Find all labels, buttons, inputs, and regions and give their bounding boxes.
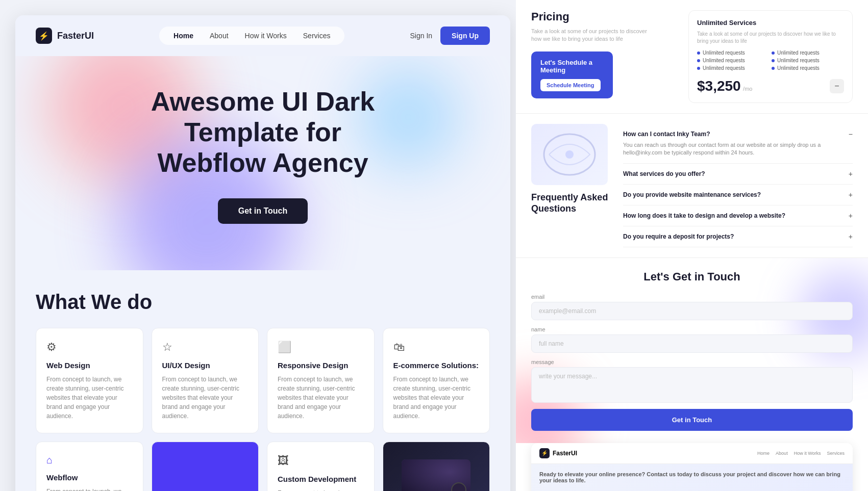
- mini-nav-links: Home About How it Works Services: [757, 451, 845, 456]
- faq-question-text: What services do you offer?: [623, 170, 705, 177]
- faq-question-text: How can I contact Inky Team?: [623, 131, 710, 138]
- message-field-group: message write your message...: [531, 359, 853, 403]
- service-name: UI/UX Design: [162, 361, 249, 370]
- contact-title: Let's Get in Touch: [531, 270, 853, 283]
- feature-item: Unlimited requests: [697, 58, 770, 63]
- pricing-title: Pricing: [531, 10, 678, 23]
- mini-logo-icon: ⚡: [539, 448, 550, 458]
- faq-left: Frequently Asked Questions: [531, 124, 613, 247]
- faq-item-4: Do you require a deposit for projects? +: [623, 226, 853, 247]
- faq-expand-icon: +: [849, 212, 853, 220]
- faq-expand-icon: +: [849, 191, 853, 199]
- service-desc: From concept to launch, we create: [46, 487, 133, 491]
- service-card-webflow-purple: W: [152, 442, 259, 491]
- ecommerce-icon: 🛍: [393, 341, 480, 354]
- feature-dot: [772, 59, 775, 62]
- nav-actions: Sign In Sign Up: [410, 27, 490, 45]
- nav-about[interactable]: About: [210, 32, 229, 40]
- feature-dot: [697, 67, 700, 70]
- navbar: ⚡ FasterUI Home About How it Works Servi…: [15, 15, 510, 56]
- mini-nav-home: Home: [757, 451, 770, 456]
- mini-nav-how: How it Works: [794, 451, 821, 456]
- faq-item-2: Do you provide website maintenance servi…: [623, 185, 853, 205]
- mini-nav-services: Services: [827, 451, 845, 456]
- faq-question-0[interactable]: How can I contact Inky Team? −: [623, 130, 853, 138]
- hero-cta-button[interactable]: Get in Touch: [218, 198, 308, 224]
- logo-text: FasterUI: [57, 31, 94, 41]
- faq-item-3: How long does it take to design and deve…: [623, 205, 853, 226]
- service-card-responsive: ⬜ Responsive Design From concept to laun…: [267, 328, 375, 433]
- contact-section: Let's Get in Touch email example@email.c…: [516, 258, 868, 443]
- price-toggle-button[interactable]: −: [830, 79, 844, 93]
- service-desc: From concept to launch, we create stunni…: [278, 375, 364, 421]
- signin-button[interactable]: Sign In: [410, 32, 433, 40]
- faq-deco-svg: [539, 129, 600, 180]
- contact-form: email example@email.com name full name m…: [531, 294, 853, 431]
- responsive-icon: ⬜: [278, 341, 364, 354]
- faq-collapse-icon: −: [849, 130, 853, 138]
- faq-question-4[interactable]: Do you require a deposit for projects? +: [623, 232, 853, 241]
- name-input[interactable]: full name: [531, 334, 853, 353]
- feature-dot: [772, 67, 775, 70]
- service-name: E-commerce Solutions:: [393, 361, 480, 370]
- web-design-icon: ⚙: [46, 341, 133, 354]
- faq-right: How can I contact Inky Team? − You can r…: [623, 124, 853, 247]
- logo[interactable]: ⚡ FasterUI: [36, 28, 94, 44]
- service-name: Responsive Design: [278, 361, 364, 370]
- message-input[interactable]: write your message...: [531, 367, 853, 403]
- faq-question-3[interactable]: How long does it take to design and deve…: [623, 212, 853, 220]
- feature-item: Unlimited requests: [772, 58, 844, 63]
- contact-submit-button[interactable]: Get in Touch: [531, 409, 853, 431]
- unlimited-title: Unlimited Services: [697, 19, 844, 27]
- service-name: Webflow: [46, 473, 133, 482]
- faq-answer-0: You can reach us through our contact for…: [623, 141, 853, 157]
- mini-screenshot: ⚡ FasterUI Home About How it Works Servi…: [531, 443, 853, 491]
- name-label: name: [531, 326, 853, 332]
- nav-services[interactable]: Services: [303, 32, 331, 40]
- pricing-section: Pricing Take a look at some of our proje…: [516, 0, 868, 114]
- feature-item: Unlimited requests: [772, 50, 844, 56]
- hero-section: Awesome UI Dark Template for Webflow Age…: [15, 56, 510, 270]
- right-panel: Pricing Take a look at some of our proje…: [516, 0, 868, 491]
- mini-logo-text: FasterUI: [553, 450, 577, 457]
- email-input[interactable]: example@email.com: [531, 302, 853, 320]
- faq-section: Frequently Asked Questions How can I con…: [516, 114, 868, 258]
- service-desc: From concept to launch, we create: [278, 488, 364, 491]
- pricing-left: Pricing Take a look at some of our proje…: [531, 10, 678, 103]
- main-website: ⚡ FasterUI Home About How it Works Servi…: [15, 15, 510, 491]
- faq-title-block: Frequently Asked Questions: [531, 192, 613, 214]
- price-amount: $3,250: [697, 78, 741, 94]
- pricing-right: Unlimited Services Take a look at some o…: [688, 10, 853, 103]
- nav-links: Home About How it Works Services: [159, 27, 344, 45]
- nav-home[interactable]: Home: [173, 32, 193, 40]
- pricing-description: Take a look at some of our projects to d…: [531, 28, 678, 43]
- service-desc: From concept to launch, we create stunni…: [393, 375, 480, 421]
- feature-item: Unlimited requests: [697, 50, 770, 56]
- email-label: email: [531, 294, 853, 300]
- feature-dot: [772, 51, 775, 55]
- service-card-webflow: ⌂ Webflow From concept to launch, we cre…: [36, 442, 143, 491]
- faq-question-2[interactable]: Do you provide website maintenance servi…: [623, 191, 853, 199]
- services-grid: ⚙ Web Design From concept to launch, we …: [36, 328, 490, 433]
- faq-expand-icon: +: [849, 232, 853, 241]
- ui-ux-icon: ☆: [162, 341, 249, 354]
- faq-expand-icon: +: [849, 170, 853, 178]
- schedule-card: Let's Schedule a Meeting Schedule Meetin…: [531, 51, 613, 98]
- faq-item-0: How can I contact Inky Team? − You can r…: [623, 124, 853, 164]
- logo-icon: ⚡: [36, 28, 52, 44]
- faq-question-text: How long does it take to design and deve…: [623, 212, 785, 219]
- faq-question-text: Do you require a deposit for projects?: [623, 233, 734, 240]
- name-field-group: name full name: [531, 326, 853, 353]
- service-card-ui-ux: ☆ UI/UX Design From concept to launch, w…: [152, 328, 259, 433]
- mini-nav: ⚡ FasterUI Home About How it Works Servi…: [531, 443, 853, 464]
- feature-item: Unlimited requests: [697, 65, 770, 71]
- webflow-icon: ⌂: [46, 454, 133, 466]
- faq-title: Frequently Asked Questions: [531, 192, 613, 214]
- faq-item-1: What services do you offer? +: [623, 164, 853, 185]
- service-name: Web Design: [46, 361, 133, 370]
- feature-dot: [697, 59, 700, 62]
- nav-how-it-works[interactable]: How it Works: [245, 32, 287, 40]
- schedule-button[interactable]: Schedule Meeting: [540, 79, 601, 91]
- faq-question-1[interactable]: What services do you offer? +: [623, 170, 853, 178]
- signup-button[interactable]: Sign Up: [440, 27, 490, 45]
